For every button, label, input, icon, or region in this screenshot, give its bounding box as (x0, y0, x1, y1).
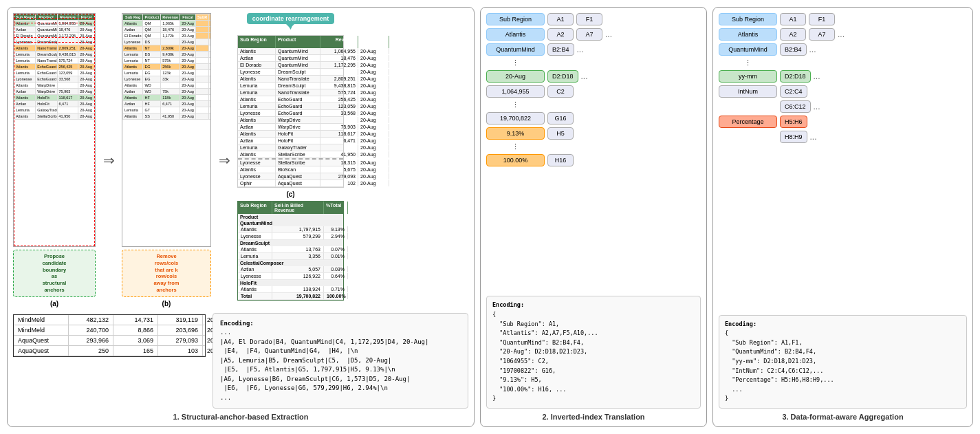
balloon-container: coordinate rearrangement ▼ (237, 13, 344, 31)
idx-r-ref-h5h6: H5:H6 (780, 116, 807, 128)
enc-m-7: "19700822": G16, (492, 367, 556, 374)
index-row: QuantumMind B2:B4 ... (486, 43, 701, 56)
ss-a-col4: Fiscal (78, 14, 95, 21)
table-row: AtlantisBioScan5,67520-Aug (238, 166, 343, 173)
index-table-middle: Sub Region A1 F1 Atlantis A2 A7 ... Quan… (486, 13, 701, 290)
table-row: El DoradoQuantumMind1,172,29520-Aug (238, 62, 343, 69)
table-row: LemuriaDreamSculpt9,438,81520-Aug (238, 83, 343, 89)
vdots-label-3: ⋮ (486, 142, 545, 151)
idx-r-label-yymm: yy-mm (719, 70, 777, 83)
index-row-dots: ⋮ (486, 100, 701, 109)
bt-cell: 240,700 (69, 325, 113, 335)
encoding-line-2: |A4, El Dorado|B4, QuantumMind|C4, 1,172… (220, 338, 428, 345)
idx-r-ref-a2: A2 (780, 28, 806, 41)
bt-cell: 279,093 (158, 336, 203, 345)
idx-r-label-quantummind: QuantumMind (719, 43, 777, 56)
bt-cell: 8,866 (113, 325, 158, 335)
remove-label-text: Removerows/colsthat are krow/colsaway fr… (153, 253, 179, 293)
ss-b-col4: Fiscal (180, 14, 196, 21)
enc-r-8: } (725, 395, 728, 402)
enc-m-5: "20-Aug": D2:D18,D21:D23, (492, 348, 587, 355)
enc-r-6: "Percentage": H5:H6,H8:H9,... (725, 376, 834, 383)
table-row: AztlanHF6,47120-Aug (123, 101, 212, 107)
encoding-line-4: |A5, Lemuria|B5, DreamSculpt|C5, |D5, 20… (220, 357, 391, 364)
table-row: AtlantisWD20-Aug (123, 83, 212, 89)
index-row-dots: ⋮ (486, 142, 701, 151)
index-row: Sub Region A1 F1 (486, 13, 701, 25)
index-row: 9.13% H5 (486, 127, 701, 140)
table-row: AtlantisStellarScribe41,95020-Aug (14, 113, 95, 120)
encoding-line-3: |E4, |F4, QuantumMind|G4, |H4, |\n (220, 347, 358, 354)
index-row: 1,064,955 C2 (486, 85, 701, 98)
bt-cell: MindMeld (14, 325, 69, 335)
index-row: 100.00% H16 (486, 154, 701, 166)
table-c: Sub Region Product Revenue Fiscal Month … (237, 35, 344, 188)
table-row: MindMeld 482,132 14,731 319,119 20-Aug (14, 315, 205, 325)
table-row: AztlanQuantumMind18,47620-Aug (238, 55, 343, 62)
idx-label-atlantis: Atlantis (486, 28, 545, 41)
dots: ... (810, 132, 817, 142)
table-row: OphirAquaQuest10220-Aug (238, 180, 343, 187)
propose-label-box: Proposecandidateboundaryasstructuralanch… (13, 250, 96, 297)
tc-h3: Revenue (320, 36, 358, 48)
table-row: Lyonesse126,9220.64% (238, 273, 343, 280)
table-row: LemuriaGalaxyTrader20-Aug (238, 144, 343, 151)
encoding-line-6: |A6, Lyonesse|B6, DreamSculpt|C6, 1,573|… (220, 376, 410, 382)
table-row: LyonesseAquaQuest279,09320-Aug (238, 173, 343, 180)
dots: ... (581, 72, 588, 81)
section-product: Product (238, 214, 343, 220)
ss-b-col5: SubR (195, 14, 208, 21)
grouped-table: Sub Region Sell-In Billed Revenue %Total… (237, 201, 344, 301)
ss-b-col2: Product (143, 14, 161, 21)
table-row: LemuriaDS9,438k20-AugCC5,0570.03% (123, 52, 212, 58)
spreadsheet-b-table: Sub Reg Product Revenue Fiscal SubR Prod… (122, 14, 211, 120)
arrow-1: ⇒ (98, 13, 119, 307)
bt-cell: 250 (69, 346, 113, 356)
bt-cell: 482,132 (69, 315, 113, 325)
propose-label-text: Proposecandidateboundaryasstructuralanch… (42, 253, 66, 293)
table-row: AztlanHoloFit6,47120-Aug (238, 138, 343, 144)
table-row: AztlanQuantumMind18,47620-Aug (14, 27, 95, 33)
vdots-label-2: ⋮ (486, 100, 545, 109)
idx-ref-d2d18: D2:D18 (547, 70, 578, 83)
table-row: AtlantisHF118k20-Aug (123, 95, 212, 101)
enc-m-9: "100.00%": H16, ... (492, 386, 566, 393)
table-row: LemuriaEchoGuard123,05920-Aug (14, 70, 95, 76)
encoding-box-right: Encoding: { "Sub Region": A1,F1, "Quantu… (719, 315, 967, 409)
spreadsheet-a-container: Sub Region Product Revenue Fiscal Atlant… (13, 13, 96, 307)
table-row: AquaQuest 250 165 103 20-Aug (14, 346, 205, 356)
bt-cell: 319,119 (158, 315, 203, 325)
idx-label-10000: 100.00% (486, 154, 545, 166)
table-row: AtlantisWarpDrive20-Aug (14, 83, 95, 89)
table-row: AtlantisStellarScribe41,95020-Aug (238, 151, 343, 158)
table-row: LemuriaEG123k20-Aug19,700k100% (123, 70, 212, 76)
idx-label-1064955: 1,064,955 (486, 85, 545, 98)
table-c-container: coordinate rearrangement ▼ Sub Region Pr… (237, 13, 344, 307)
section-celestialcomposer: CelestialComposer (238, 260, 343, 266)
table-row: Atlantis1,797,9159.13% (238, 226, 343, 233)
bt-cell: AquaQuest (14, 346, 69, 356)
table-row: AtlantisNT2,809k20-Aug3,3560.01% (123, 45, 212, 52)
index-row: Atlantis A2 A7 ... (486, 28, 701, 41)
enc-r-1: { (725, 329, 728, 336)
encoding-box-middle: Encoding: { "Sub Region": A1, "Atlantis"… (486, 296, 701, 409)
encoding-box-left: Encoding: ... |A4, El Dorado|B4, Quantum… (213, 313, 468, 409)
table-row: AtlantisQM1,065k20-AugQM1,798k9.1% (123, 21, 212, 27)
idx-label-20aug: 20-Aug (486, 70, 545, 83)
bottom-table-area: MindMeld 482,132 14,731 319,119 20-Aug M… (13, 310, 206, 357)
table-row: Atlantis13,7630.07% (238, 246, 343, 253)
table-row: AtlantisHoloFit118,61720-Aug (238, 131, 343, 138)
index-row: IntNum C2:C4 (719, 85, 967, 98)
enc-r-7: ... (725, 386, 743, 393)
idx-r-ref-f1: F1 (809, 13, 835, 25)
encoding-line-8: ... (220, 394, 231, 401)
table-row: Lyonesse579,2992.94% (238, 233, 343, 240)
right-panel: Sub Region A1 F1 Atlantis A2 A7 ... Quan… (712, 7, 973, 427)
table-row: LyonesseEchoGuard33,56820-Aug (238, 110, 343, 117)
gt-h3: %Total (324, 202, 348, 214)
label-b: (b) (122, 300, 211, 307)
table-row: AztlanHoloFit6,47120-Aug (14, 101, 95, 107)
idx-ref-a7: A7 (576, 28, 602, 41)
idx-r-ref-c6c12: C6:C12 (780, 100, 811, 113)
enc-r-4: "yy-mm": D2:D18,D21:D23, (725, 358, 816, 365)
